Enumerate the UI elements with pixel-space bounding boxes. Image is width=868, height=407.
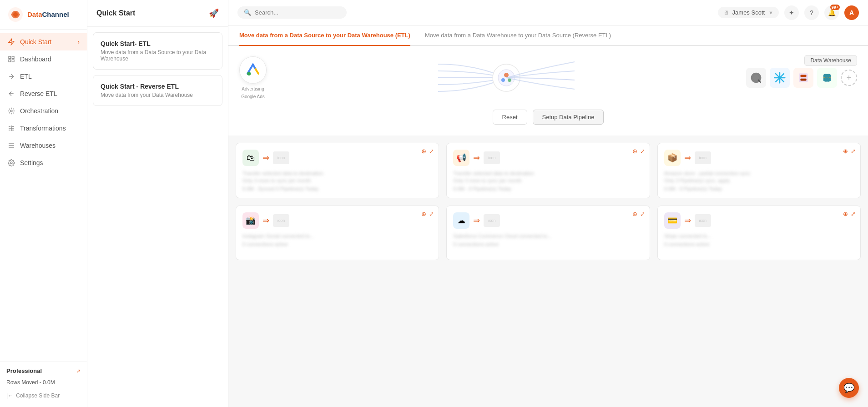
card-add-icon[interactable]: ⊕ [843,211,848,217]
quickstart-panel: Quick Start 🚀 Quick Start- ETL Move data… [87,0,228,407]
card-google-ads-actions: ⊕ ⤢ [632,148,645,155]
help-button[interactable]: ? [804,5,819,20]
sidebar-item-transformations[interactable]: Transformations [0,120,87,137]
dashboard-icon [7,55,15,63]
card-external-link-icon[interactable]: ⤢ [429,148,434,155]
orchestration-icon [7,107,15,115]
account-selector[interactable]: 🖥 James Scott ▼ [718,7,779,18]
pipeline-card-google-ads: ⊕ ⤢ 📢 ⇒ icon Transfer selected data to d… [446,143,650,198]
quickstart-etl-desc: Move data from a Data Source to your Dat… [101,49,215,62]
sidebar-item-dashboard[interactable]: Dashboard [0,50,87,68]
collapse-sidebar-label: Collapse Side Bar [16,392,60,399]
card-shopify-actions: ⊕ ⤢ [421,148,434,155]
collapse-sidebar-button[interactable]: |← Collapse Side Bar [6,390,81,402]
amazon-card-title: Amazon store - partial connection sync [664,171,854,176]
account-monitor-icon: 🖥 [723,10,729,16]
plan-name: Professional [6,367,42,374]
rows-moved: Rows Moved - 0.0M [6,377,81,388]
quickstart-reverse-etl-title: Quick Start - Reverse ETL [101,83,215,90]
card-add-icon[interactable]: ⊕ [421,211,426,217]
bell-icon: 🔔 [828,9,836,16]
user-avatar[interactable]: A [844,5,859,20]
chevron-right-icon: › [77,38,80,45]
reset-button[interactable]: Reset [493,110,527,125]
topbar: 🔍 🖥 James Scott ▼ ✦ ? 🔔 99+ A [228,0,868,25]
pipeline-section: Data Warehouse Advertising Google Ads [228,46,868,136]
pipeline-lines-svg [267,55,746,100]
sidebar-item-settings[interactable]: Settings [0,154,87,171]
search-input[interactable] [255,9,337,16]
quickstart-header: Quick Start 🚀 [87,0,228,27]
quickstart-reverse-etl-item[interactable]: Quick Start - Reverse ETL Move data from… [93,75,222,106]
question-icon: ? [810,9,813,16]
source-label-googleads: Google Ads [241,94,265,99]
google-ads-icon [246,63,260,77]
add-destination-button[interactable]: + [841,70,857,86]
salesforce-source-icon: ☁ [453,212,469,229]
tab-reverse-etl[interactable]: Move data from a Data Warehouse to your … [425,25,611,46]
sidebar-item-warehouses[interactable]: Warehouses [0,137,87,154]
card-add-icon[interactable]: ⊕ [632,211,637,217]
quickstart-reverse-etl-desc: Move data from your Data Warehouse [101,92,215,98]
card-external-link-icon[interactable]: ⤢ [640,148,645,155]
plan-badge: Professional ↗ [6,367,81,374]
card-amazon-actions: ⊕ ⤢ [843,148,856,155]
sidebar-item-label: Transformations [20,125,66,132]
setup-pipeline-button[interactable]: Setup Data Pipeline [533,110,604,125]
shopify-card-subtitle: Only 3 more to sync per month [242,178,432,183]
stripe-card-title: Stripe connected to... [664,233,854,239]
salesforce-card-title: Salesforce Commerce Cloud connected to..… [453,233,643,239]
sidebar-item-etl[interactable]: ETL [0,68,87,85]
source-icon-circle [239,56,267,84]
sidebar-item-label: Dashboard [20,55,51,63]
amazon-card-meta: 0.0M - 0 Pipeline(s) Today [664,186,854,191]
logo-text: DataChannel [27,10,69,19]
sidebar-item-reverse-etl[interactable]: Reverse ETL [0,85,87,102]
card-external-link-icon[interactable]: ⤢ [640,211,645,217]
ai-assistant-button[interactable]: ✦ [784,5,799,20]
pipeline-actions: Reset Setup Data Pipeline [239,110,857,125]
sidebar-item-label: Settings [20,159,43,166]
chat-support-button[interactable]: 💬 [839,378,859,398]
arrow-icon: ⇒ [262,216,269,226]
topbar-right: 🖥 James Scott ▼ ✦ ? 🔔 99+ A [718,5,859,20]
dest-redshift-icon [793,68,813,88]
tab-etl[interactable]: Move data from a Data Source to your Dat… [239,25,410,46]
card-external-link-icon[interactable]: ⤢ [851,211,856,217]
dest-bigquery-icon [746,68,766,88]
arrow-icon: ⇒ [262,153,269,163]
sparkle-icon: ✦ [789,9,794,16]
quickstart-etl-item[interactable]: Quick Start- ETL Move data from a Data S… [93,32,222,70]
sidebar-item-orchestration[interactable]: Orchestration [0,102,87,120]
svg-rect-2 [9,56,11,59]
card-add-icon[interactable]: ⊕ [632,148,637,155]
reverse-etl-icon [7,90,15,98]
card-external-link-icon[interactable]: ⤢ [851,148,856,155]
card-add-icon[interactable]: ⊕ [843,148,848,155]
quick-start-icon [7,38,15,46]
source-label-advertising: Advertising [242,86,264,91]
google-ads-dest-placeholder: icon [484,151,500,164]
sidebar-item-quick-start[interactable]: Quick Start › [0,33,87,50]
shopify-source-icon: 🛍 [242,150,259,166]
stripe-card-meta: 0 connections active [664,241,854,247]
instagram-source-icon: 📸 [242,212,259,229]
card-add-icon[interactable]: ⊕ [421,148,426,155]
card-external-link-icon[interactable]: ⤢ [429,211,434,217]
sidebar-item-label: Reverse ETL [20,90,57,97]
svg-point-11 [247,72,251,75]
settings-icon [7,159,15,167]
sidebar: DataChannel Quick Start › Dashboard ETL [0,0,87,407]
card-salesforce-header: ☁ ⇒ icon [453,212,643,229]
shopify-card-title: Transfer selected data to destination [242,171,432,176]
notifications-button[interactable]: 🔔 99+ [824,5,839,20]
card-amazon-header: 📦 ⇒ icon [664,150,854,166]
stripe-source-icon: 💳 [664,212,681,229]
card-google-ads-header: 📢 ⇒ icon [453,150,643,166]
svg-point-10 [10,162,12,164]
external-link-icon[interactable]: ↗ [76,368,81,374]
pipeline-card-stripe: ⊕ ⤢ 💳 ⇒ icon Stripe connected to... 0 co… [657,206,861,260]
instagram-card-meta: 0 connections active [242,241,432,247]
search-bar[interactable]: 🔍 [237,6,347,19]
svg-rect-27 [801,79,807,81]
